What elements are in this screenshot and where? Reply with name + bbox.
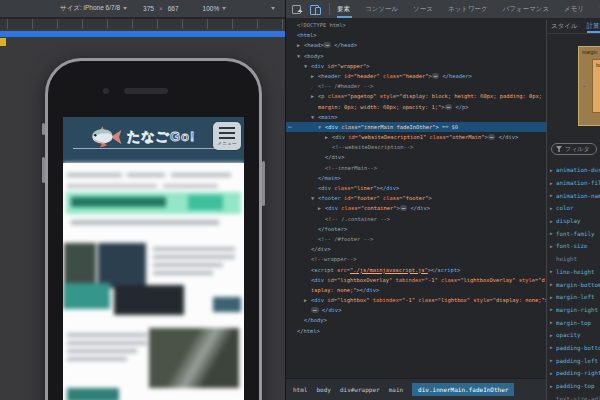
box-model-margin[interactable]: margin - border <box>578 46 600 126</box>
tree-row[interactable]: ▶<head>… </head> <box>286 40 546 50</box>
tree-row[interactable]: ▶<div id="websiteDescription1" class="ot… <box>286 132 546 142</box>
tree-row[interactable]: <!--wrapper--> <box>286 254 546 264</box>
tree-row[interactable]: <div class="liner"></div> <box>286 183 546 193</box>
breadcrumb-item[interactable]: main <box>389 386 403 393</box>
expand-arrow-open-icon[interactable]: ▼ <box>304 61 311 71</box>
tree-row[interactable]: <html> <box>286 30 546 40</box>
devtools-tab[interactable]: ソース <box>413 0 433 18</box>
media-query-bar-yellow[interactable] <box>0 38 6 46</box>
tree-row[interactable]: </footer> <box>286 224 546 234</box>
tree-row[interactable]: ▼<body> <box>286 51 546 61</box>
computed-property-row[interactable]: ▶animation-duration <box>547 164 600 177</box>
tree-row[interactable]: ▶<div id="lightbox" tabindex="-1" class=… <box>286 295 546 305</box>
computed-property-row[interactable]: ▶line-height <box>547 266 600 279</box>
computed-property-row[interactable]: ▶opacity <box>547 329 600 342</box>
expand-arrow-closed-icon[interactable]: ▶ <box>297 40 304 50</box>
expand-arrow-open-icon[interactable]: ▼ <box>311 193 318 203</box>
collapsed-content-pill[interactable]: … <box>323 42 331 48</box>
device-toolbar-toggle-icon[interactable] <box>310 4 321 15</box>
phone-power-button <box>262 161 265 206</box>
tree-row[interactable]: <script src="./js/mainjavascript.js"></s… <box>286 265 546 275</box>
expand-arrow-closed-icon[interactable]: ▶ <box>325 132 332 142</box>
computed-property-row[interactable]: ▶animation-name <box>547 189 600 202</box>
expand-arrow-closed-icon[interactable]: ▶ <box>311 71 318 81</box>
menu-button[interactable]: メニュー <box>213 122 241 150</box>
devtools-tab[interactable]: ネットワーク <box>448 0 488 18</box>
tree-row[interactable]: <!DOCTYPE html> <box>286 20 546 30</box>
device-size-select[interactable]: サイズ: iPhone 6/7/8 <box>60 4 120 13</box>
tree-row[interactable]: </body> <box>286 315 546 325</box>
tree-row[interactable]: ⋯▼<div class="innerMain fadeInOther"> ==… <box>286 122 546 132</box>
computed-property-row[interactable]: ▶padding-top <box>547 380 600 393</box>
devtools-tab[interactable]: パフォーマンス <box>503 0 549 18</box>
tree-row[interactable]: … </div> <box>286 305 546 315</box>
box-model-border[interactable]: border <box>592 59 600 113</box>
devtools-tabs: 要素コンソールソースネットワークパフォーマンスメモリアプリケーション <box>337 0 600 18</box>
viewport-width-input[interactable]: 375 <box>143 5 154 12</box>
device-more-options-chevron[interactable] <box>271 7 275 10</box>
computed-property-row[interactable]: ▶color <box>547 202 600 215</box>
blurred-banner-text <box>71 197 166 207</box>
breadcrumb-item[interactable]: html <box>293 386 307 393</box>
computed-property-row[interactable]: ▶font-size <box>547 240 600 253</box>
expand-arrow-closed-icon[interactable]: ▶ <box>318 203 325 213</box>
computed-property-row[interactable]: text-size-adjust <box>547 392 600 400</box>
devtools-tab[interactable]: 要素 <box>337 0 350 18</box>
expand-arrow-open-icon[interactable]: ▼ <box>311 112 318 122</box>
zoom-select[interactable]: 100% <box>203 5 220 12</box>
expand-arrow-open-icon[interactable]: ▼ <box>297 51 304 61</box>
expand-arrow-closed-icon[interactable]: ▶ <box>311 91 318 101</box>
computed-property-row[interactable]: ▶padding-left <box>547 354 600 367</box>
computed-property-row[interactable]: ▶display <box>547 215 600 228</box>
computed-property-row[interactable]: height <box>547 253 600 266</box>
devtools-tab[interactable]: メモリ <box>564 0 584 18</box>
tree-row[interactable]: </div> <box>286 152 546 162</box>
tree-row[interactable]: </div> <box>286 244 546 254</box>
devtools-tab[interactable]: コンソール <box>365 0 398 18</box>
tree-row[interactable]: ▶<header id="header" class="header">… </… <box>286 71 546 81</box>
computed-property-row[interactable]: ▶margin-right <box>547 304 600 317</box>
chevron-down-icon <box>222 7 226 10</box>
tree-row[interactable]: <div id="lightboxOverlay" tabindex="-1" … <box>286 275 546 285</box>
collapsed-content-pill[interactable]: … <box>311 307 319 313</box>
tree-row[interactable]: margin: 0px; width: 60px; opacity: 1;">…… <box>286 102 546 112</box>
tree-row[interactable]: <!--innerMain--> <box>286 163 546 173</box>
tree-row[interactable]: <!-- /#header --> <box>286 81 546 91</box>
media-query-bar-blue[interactable] <box>0 31 285 37</box>
blurred-text <box>153 263 223 267</box>
inspect-element-icon[interactable] <box>292 4 302 14</box>
breadcrumb-item[interactable]: body <box>316 386 330 393</box>
computed-property-row[interactable]: ▶animation-fill-mode <box>547 177 600 190</box>
breadcrumb-item[interactable]: div.innerMain.fadeInOther <box>412 383 514 396</box>
tree-row[interactable]: ▼<footer id="footer" class="footer"> <box>286 193 546 203</box>
tree-row[interactable]: isplay: none;"></div> <box>286 285 546 295</box>
tree-row[interactable]: <!-- /.container --> <box>286 214 546 224</box>
computed-property-row[interactable]: ▶padding-right <box>547 367 600 380</box>
box-model-margin-label: margin <box>582 49 597 55</box>
tree-row[interactable]: </html> <box>286 326 546 336</box>
sidebar-tab[interactable]: スタイル <box>551 20 578 33</box>
tree-row[interactable]: <!--websiteDescription--> <box>286 142 546 152</box>
styles-sidebar: スタイル計算済み margin - border フィルタ ▶animation… <box>546 20 600 400</box>
tree-row[interactable]: ▼<div id="wrapper"> <box>286 61 546 71</box>
device-toolbar: サイズ: iPhone 6/7/8 375 × 667 100% <box>0 0 285 18</box>
computed-property-row[interactable]: ▶padding-bottom <box>547 342 600 355</box>
tree-row[interactable]: <!-- /#footer --> <box>286 234 546 244</box>
blurred-text <box>153 271 213 275</box>
tree-row[interactable]: ▶<p class="pagetop" style="display: bloc… <box>286 91 546 101</box>
tree-row[interactable]: ▶<div class="container">… </div> <box>286 203 546 213</box>
property-name: animation-duration <box>556 167 600 173</box>
expand-arrow-closed-icon[interactable]: ▶ <box>304 295 311 305</box>
expand-arrow-open-icon[interactable]: ▼ <box>318 122 325 132</box>
tree-row[interactable]: </main> <box>286 173 546 183</box>
tree-row[interactable]: ▼<main> <box>286 112 546 122</box>
computed-property-row[interactable]: ▶margin-left <box>547 291 600 304</box>
computed-property-row[interactable]: ▶margin-top <box>547 316 600 329</box>
breadcrumb-item[interactable]: div#wrapper <box>340 386 380 393</box>
computed-filter-input[interactable]: フィルタ <box>551 143 597 155</box>
computed-property-row[interactable]: ▶margin-bottom <box>547 278 600 291</box>
viewport-height-input[interactable]: 667 <box>168 5 179 12</box>
sidebar-tab[interactable]: 計算済み <box>587 20 600 33</box>
computed-property-row[interactable]: ▶font-family <box>547 227 600 240</box>
blurred-text <box>67 349 137 353</box>
